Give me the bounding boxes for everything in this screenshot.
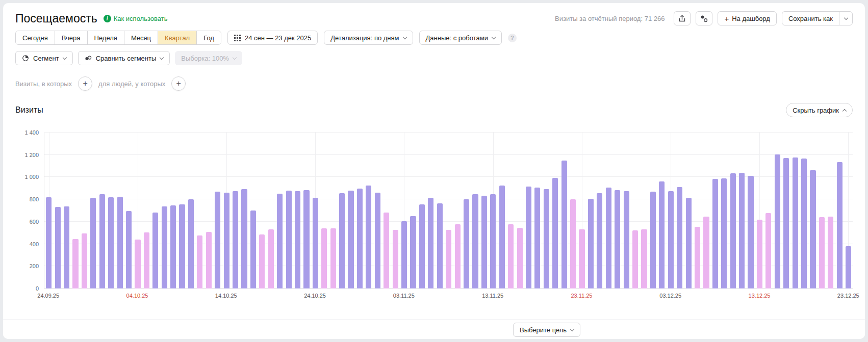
save-as-label[interactable]: Сохранить как bbox=[782, 12, 839, 25]
chart-bar[interactable] bbox=[357, 189, 363, 288]
chart-bar[interactable] bbox=[712, 179, 718, 288]
chart-bar[interactable] bbox=[126, 211, 132, 288]
add-visit-condition-button[interactable]: + bbox=[78, 76, 92, 91]
chart-bar[interactable] bbox=[659, 181, 665, 288]
chart-bar[interactable] bbox=[579, 229, 584, 288]
chart-bar[interactable] bbox=[810, 170, 815, 288]
chart-bar[interactable] bbox=[544, 189, 549, 288]
chart-bar[interactable] bbox=[828, 217, 833, 288]
export-button[interactable] bbox=[674, 11, 691, 25]
chart-bar[interactable] bbox=[321, 228, 327, 288]
chart-bar[interactable] bbox=[597, 193, 602, 288]
chart-bar[interactable] bbox=[162, 206, 167, 288]
chart-bar[interactable] bbox=[410, 216, 416, 288]
select-goal-dropdown[interactable]: Выберите цель bbox=[513, 323, 580, 337]
chart-bar[interactable] bbox=[117, 197, 123, 288]
chart-bar[interactable] bbox=[517, 228, 523, 288]
save-as-chevron[interactable] bbox=[839, 12, 852, 25]
chart-bar[interactable] bbox=[64, 206, 69, 288]
chart-bar[interactable] bbox=[775, 154, 780, 288]
chart-bar[interactable] bbox=[534, 188, 540, 288]
chart-bar[interactable] bbox=[224, 193, 229, 288]
compare-segments-dropdown[interactable]: Сравнить сегменты bbox=[78, 51, 170, 65]
chart-bar[interactable] bbox=[793, 157, 798, 288]
how-to-use-link[interactable]: i Как использовать bbox=[104, 15, 168, 22]
chart-bar[interactable] bbox=[837, 162, 843, 288]
chart-bar[interactable] bbox=[366, 186, 371, 288]
chart-bar[interactable] bbox=[570, 199, 576, 288]
segment-dropdown[interactable]: Сегмент bbox=[15, 51, 73, 65]
period-tab-Год[interactable]: Год bbox=[196, 31, 221, 44]
chart-bar[interactable] bbox=[641, 229, 647, 288]
chart-bar[interactable] bbox=[286, 191, 292, 288]
chart-bar[interactable] bbox=[526, 187, 531, 288]
detalization-dropdown[interactable]: Детализация: по дням bbox=[324, 31, 413, 45]
chart-bar[interactable] bbox=[393, 230, 398, 288]
chart-bar[interactable] bbox=[721, 178, 727, 288]
chart-bar[interactable] bbox=[206, 232, 212, 288]
chart-bar[interactable] bbox=[179, 204, 185, 288]
chart-bar[interactable] bbox=[348, 191, 353, 288]
chart-bar[interactable] bbox=[481, 196, 487, 289]
period-tab-Месяц[interactable]: Месяц bbox=[124, 31, 158, 44]
add-people-condition-button[interactable]: + bbox=[171, 76, 186, 91]
chart-bar[interactable] bbox=[188, 199, 194, 288]
chart-bar[interactable] bbox=[233, 191, 238, 288]
period-tab-Сегодня[interactable]: Сегодня bbox=[16, 31, 55, 44]
chart-bar[interactable] bbox=[268, 229, 274, 288]
chart-bar[interactable] bbox=[419, 204, 425, 288]
chart-bar[interactable] bbox=[819, 217, 825, 288]
chart-bar[interactable] bbox=[144, 232, 149, 288]
chart-bar[interactable] bbox=[215, 192, 220, 288]
chart-bar[interactable] bbox=[384, 213, 389, 288]
add-to-dashboard-button[interactable]: + На дашборд bbox=[718, 11, 776, 25]
chart-bar[interactable] bbox=[401, 221, 407, 288]
period-tab-Неделя[interactable]: Неделя bbox=[87, 31, 124, 44]
chart-bar[interactable] bbox=[135, 240, 140, 288]
chart-bar[interactable] bbox=[783, 158, 789, 288]
chart-bar[interactable] bbox=[748, 176, 753, 288]
chart-bar[interactable] bbox=[472, 194, 478, 288]
chart-bar[interactable] bbox=[624, 191, 629, 288]
hide-chart-button[interactable]: Скрыть график bbox=[786, 103, 853, 117]
chart-bar[interactable] bbox=[552, 178, 558, 288]
chart-bar[interactable] bbox=[464, 199, 469, 288]
chart-bar[interactable] bbox=[490, 194, 496, 288]
chart-bar[interactable] bbox=[152, 213, 158, 288]
chart-bar[interactable] bbox=[99, 194, 105, 288]
chart-bar[interactable] bbox=[55, 207, 61, 288]
chart-bar[interactable] bbox=[561, 161, 567, 288]
chart-bar[interactable] bbox=[197, 235, 202, 288]
data-mode-dropdown[interactable]: Данные: с роботами bbox=[419, 31, 502, 45]
chart-bar[interactable] bbox=[437, 203, 443, 288]
chart-bar[interactable] bbox=[615, 190, 620, 288]
chart-bar[interactable] bbox=[632, 230, 638, 288]
chart-bar[interactable] bbox=[250, 211, 256, 288]
chart-bar[interactable] bbox=[730, 173, 736, 288]
chart-bar[interactable] bbox=[330, 228, 336, 288]
chart-bar[interactable] bbox=[695, 227, 700, 288]
chart-bar[interactable] bbox=[801, 159, 807, 288]
chart-bar[interactable] bbox=[82, 233, 87, 288]
chart-bar[interactable] bbox=[428, 198, 433, 288]
chart-bar[interactable] bbox=[46, 197, 52, 288]
period-tab-Квартал[interactable]: Квартал bbox=[158, 31, 196, 44]
chart-bar[interactable] bbox=[703, 217, 709, 288]
chart-bar[interactable] bbox=[499, 186, 505, 288]
chart-bar[interactable] bbox=[303, 190, 309, 288]
chart-bar[interactable] bbox=[108, 197, 114, 288]
chart-bar[interactable] bbox=[170, 205, 176, 288]
chart-bar[interactable] bbox=[295, 191, 300, 288]
chart-bar[interactable] bbox=[757, 220, 762, 289]
chart-bar[interactable] bbox=[446, 230, 451, 288]
chart-bar[interactable] bbox=[375, 193, 380, 288]
chart-bar[interactable] bbox=[668, 191, 674, 288]
chart-bar[interactable] bbox=[241, 189, 247, 288]
help-icon[interactable]: ? bbox=[508, 34, 517, 42]
chart-bar[interactable] bbox=[508, 224, 514, 288]
apps-button[interactable] bbox=[696, 11, 712, 25]
chart-bar[interactable] bbox=[588, 199, 594, 288]
chart-bar[interactable] bbox=[339, 193, 345, 288]
chart-bar[interactable] bbox=[72, 239, 78, 288]
chart-bar[interactable] bbox=[259, 234, 265, 288]
